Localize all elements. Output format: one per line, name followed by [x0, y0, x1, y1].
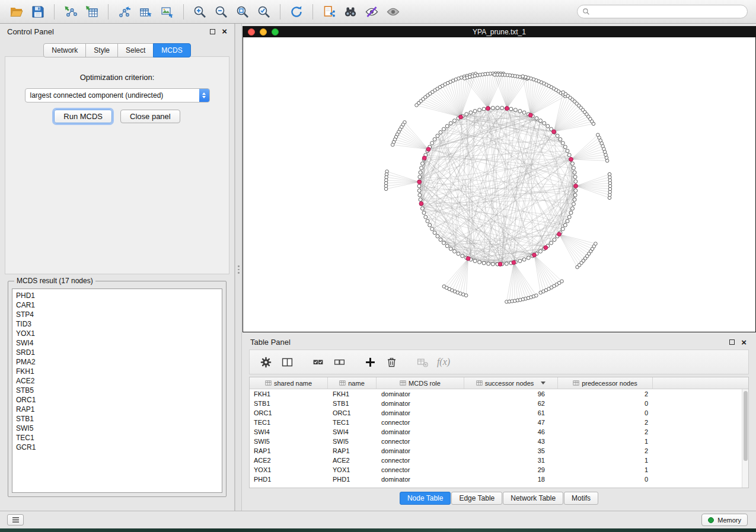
network-hub-node[interactable] [466, 257, 470, 261]
table-cell[interactable]: TEC1 [250, 419, 328, 426]
network-node[interactable] [433, 231, 436, 235]
tab-style[interactable]: Style [85, 43, 118, 57]
window-zoom-button[interactable] [272, 28, 279, 36]
network-node[interactable] [509, 107, 513, 111]
network-edge[interactable] [421, 101, 461, 117]
zoom-selected-button[interactable] [253, 2, 275, 21]
table-cell[interactable]: PHD1 [250, 476, 328, 483]
network-edge[interactable] [507, 78, 525, 108]
network-edge[interactable] [455, 258, 468, 291]
network-hub-node[interactable] [569, 158, 573, 162]
table-cell[interactable]: 2 [558, 419, 653, 426]
network-hub-node[interactable] [426, 148, 430, 152]
tab-select[interactable]: Select [117, 43, 154, 57]
network-node[interactable] [461, 254, 464, 258]
table-row[interactable]: STB1STB1dominator620 [250, 399, 748, 408]
network-edge[interactable] [571, 143, 602, 159]
close-panel-button[interactable]: Close panel [120, 110, 180, 123]
network-node[interactable] [496, 106, 499, 110]
network-node[interactable] [433, 137, 436, 141]
table-cell[interactable]: ACE2 [250, 457, 328, 464]
network-edge[interactable] [531, 87, 551, 115]
network-hub-node[interactable] [505, 107, 509, 111]
network-hub-node[interactable] [532, 253, 537, 257]
table-cell[interactable]: STB1 [250, 400, 328, 407]
result-item[interactable]: STB5 [16, 386, 218, 395]
table-cell[interactable]: 29 [464, 466, 558, 473]
network-node[interactable] [553, 238, 556, 242]
network-edge[interactable] [430, 225, 468, 258]
network-edge[interactable] [571, 159, 607, 161]
close-table-panel-icon[interactable]: × [741, 339, 747, 345]
network-node[interactable] [419, 171, 422, 174]
network-node[interactable] [453, 119, 457, 123]
network-node[interactable] [566, 219, 569, 223]
export-table-button[interactable] [135, 2, 157, 21]
network-node[interactable] [417, 189, 421, 193]
network-node[interactable] [436, 235, 439, 238]
table-cell[interactable]: dominator [377, 400, 464, 407]
network-node[interactable] [422, 211, 426, 214]
select-all-rows-button[interactable] [309, 353, 327, 371]
network-node[interactable] [543, 121, 546, 125]
network-node[interactable] [567, 153, 571, 157]
function-builder-button-disabled[interactable]: f(x) [435, 353, 452, 371]
table-cell[interactable]: SWI5 [250, 438, 328, 445]
search-input[interactable] [593, 8, 742, 16]
tab-mcds[interactable]: MCDS [153, 43, 190, 57]
network-node[interactable] [442, 241, 445, 245]
network-node[interactable] [418, 175, 422, 179]
network-node[interactable] [518, 110, 522, 113]
network-node[interactable] [574, 189, 578, 193]
table-cell[interactable]: dominator [377, 390, 464, 398]
network-edge[interactable] [401, 127, 428, 149]
result-item[interactable]: PMA2 [16, 357, 218, 367]
table-cell[interactable]: FKH1 [250, 390, 328, 398]
apply-layout-button[interactable] [286, 2, 307, 21]
network-edge[interactable] [531, 86, 549, 116]
network-node[interactable] [421, 207, 425, 210]
network-edge[interactable] [559, 234, 582, 262]
table-cell[interactable]: connector [377, 466, 464, 473]
network-edge[interactable] [497, 75, 507, 108]
network-window-titlebar[interactable]: YPA_prune.txt_1 [243, 26, 756, 37]
add-column-button[interactable] [361, 353, 379, 371]
network-node[interactable] [478, 260, 481, 264]
zoom-in-button[interactable] [189, 2, 210, 21]
network-node[interactable] [573, 171, 576, 174]
network-node[interactable] [563, 223, 567, 227]
open-file-button[interactable] [6, 2, 27, 21]
delete-column-button[interactable] [382, 353, 400, 371]
network-edge[interactable] [531, 95, 563, 116]
table-row[interactable]: YOX1YOX1connector291 [250, 465, 748, 475]
table-cell[interactable]: 2 [558, 447, 653, 454]
network-node[interactable] [491, 262, 495, 266]
network-edge[interactable] [483, 75, 488, 108]
export-network-button[interactable] [114, 2, 135, 21]
table-cell[interactable]: ORC1 [250, 409, 328, 416]
network-edge[interactable] [576, 186, 610, 192]
network-edge[interactable] [480, 110, 546, 248]
network-edge[interactable] [470, 77, 488, 108]
table-cell[interactable]: SWI5 [328, 438, 377, 445]
network-node[interactable] [464, 294, 468, 297]
save-session-button[interactable] [27, 2, 49, 21]
network-node[interactable] [449, 121, 452, 125]
table-cell[interactable]: 46 [464, 428, 558, 435]
network-edge[interactable] [531, 91, 559, 115]
network-node[interactable] [522, 258, 526, 261]
network-node[interactable] [445, 244, 449, 248]
network-node[interactable] [505, 262, 508, 265]
network-edge[interactable] [559, 234, 583, 261]
network-edge[interactable] [449, 258, 468, 289]
network-edge[interactable] [419, 126, 447, 182]
share-document-button[interactable] [318, 2, 340, 21]
table-row[interactable]: ORC1ORC1dominator610 [250, 408, 748, 418]
tab-motifs[interactable]: Motifs [564, 492, 598, 505]
network-node[interactable] [573, 175, 577, 179]
network-edge[interactable] [513, 262, 536, 296]
network-hub-node[interactable] [528, 113, 532, 117]
network-node[interactable] [559, 137, 562, 141]
network-hub-node[interactable] [512, 261, 516, 265]
panel-splitter[interactable] [235, 24, 242, 511]
